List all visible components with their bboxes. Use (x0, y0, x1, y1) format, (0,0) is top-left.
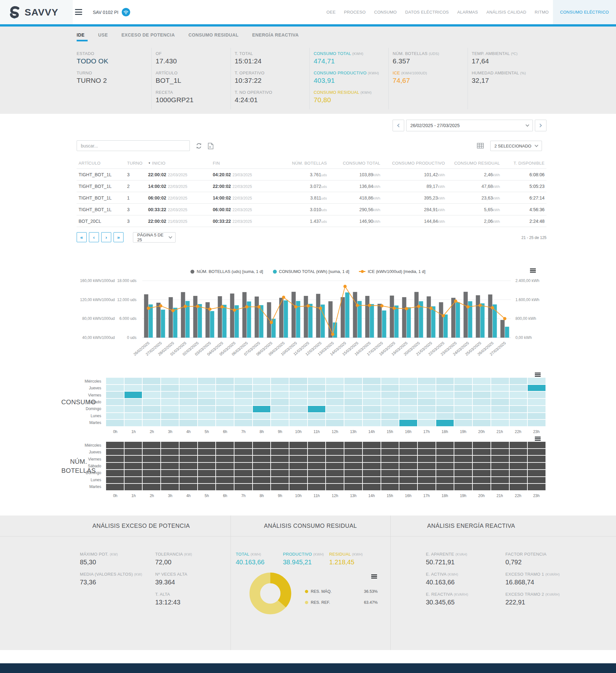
heatmap-cell (528, 484, 546, 490)
heatmap-cell (106, 385, 124, 391)
heatmap-cell (326, 442, 344, 448)
cell-inicio: 22:00:0221/03/2025 (146, 215, 211, 227)
column-header-turno[interactable]: TURNO (125, 158, 146, 169)
status-grid: ESTADOTODO OKTURNOTURNO 2OF17.430ARTÍCUL… (77, 48, 547, 109)
column-header-inicio[interactable]: ▼INICIO (146, 158, 211, 169)
heatmap-cell (289, 413, 307, 419)
hour-label: 23h (527, 430, 546, 434)
heatmap-cell (528, 385, 546, 391)
wifi-status-icon (122, 8, 130, 16)
status-field-t-no-operativo: T. NO OPERATIVO4:24:01 (235, 90, 310, 104)
page-prev-button[interactable]: ‹ (89, 232, 99, 242)
heatmap-cell (326, 470, 344, 476)
heatmap-num-botellas: NÚM.BOTELLASMiércolesJuevesViernesSábado… (52, 435, 564, 499)
hour-label: 11h (307, 430, 326, 434)
device-selector[interactable]: SAV 0102 PI (93, 0, 130, 24)
hour-label: 1h (125, 493, 143, 498)
page-select[interactable]: PÁGINA 5 DE 25 (133, 232, 176, 243)
nav-item-ritmo[interactable]: RITMO (531, 0, 553, 24)
heatmap-cell (289, 442, 307, 448)
heatmap-cell (106, 477, 124, 483)
page-last-button[interactable]: » (114, 232, 124, 242)
column-header-fin[interactable]: FIN (211, 158, 279, 169)
column-header-t-disponible[interactable]: T. DISPONIBLE (502, 158, 547, 169)
heatmap-cell (253, 477, 271, 483)
status-column: OF17.430ARTÍCULOBOT_1LRECETA1000GRP21 (151, 48, 230, 109)
chart-menu-icon[interactable] (535, 373, 541, 378)
donut-menu-icon[interactable] (371, 575, 377, 579)
heatmap-consumo: CONSUMOMiércolesJuevesViernesSábadoDomin… (52, 371, 564, 435)
nav-item-datos-electricos[interactable]: DATOS ELÉCTRICOS (401, 0, 453, 24)
refresh-icon[interactable] (196, 143, 202, 150)
panel-title-reactiva: ANÁLISIS ENERGÍA REACTIVA (390, 523, 552, 529)
heatmap-cell (234, 378, 252, 384)
nav-item-alarmas[interactable]: ALARMAS (453, 0, 482, 24)
nav-item-proceso[interactable]: PROCESO (340, 0, 370, 24)
page-first-button[interactable]: « (77, 232, 87, 242)
heatmap-cell (161, 477, 179, 483)
svg-text:800,00 kWh: 800,00 kWh (516, 316, 536, 321)
column-header-num-botellas[interactable]: NÚM. BOTELLAS (279, 158, 329, 169)
heatmap-cell (326, 477, 344, 483)
nav-item-consumo[interactable]: CONSUMO (370, 0, 401, 24)
hour-label: 2h (143, 493, 161, 498)
column-header-consumo-residual[interactable]: CONSUMO RESIDUAL (447, 158, 502, 169)
column-header-consumo-productivo[interactable]: CONSUMO PRODUCTIVO (382, 158, 447, 169)
column-header-articulo[interactable]: ARTÍCULO (77, 158, 125, 169)
table-row[interactable]: TIGHT_BOT_1L300:33:2222/03/202506:00:022… (77, 204, 547, 215)
field-value: 40.163,66 (426, 579, 458, 586)
heatmap-cell (308, 456, 326, 462)
nav-item-consumo-electrico[interactable]: CONSUMO ELÉCTRICO (553, 0, 616, 24)
table-row[interactable]: TIGHT_BOT_1L214:00:0222/03/202522:00:022… (77, 181, 547, 192)
heatmap-cell (216, 442, 234, 448)
tab-consumo-residual[interactable]: CONSUMO RESIDUAL (189, 32, 239, 41)
page-next-button[interactable]: › (101, 232, 111, 242)
savvy-logo[interactable]: SAVVY (0, 0, 73, 24)
chart-menu-icon[interactable] (535, 437, 541, 441)
hamburger-menu-icon[interactable] (75, 9, 82, 15)
donut-legend-item-res-maq[interactable]: RES. MÁQ. (305, 589, 332, 594)
heatmap-cell (491, 484, 509, 490)
export-excel-icon[interactable]: x (208, 143, 214, 151)
heatmap-cell (308, 413, 326, 419)
status-label: ICE (KWH/1000UD) (393, 70, 467, 75)
nav-item-oee[interactable]: OEE (323, 0, 340, 24)
heatmap-cell (491, 456, 509, 462)
hour-label: 1h (125, 430, 143, 434)
search-input[interactable] (77, 140, 190, 151)
columns-grid-icon[interactable] (477, 143, 484, 150)
table-row[interactable]: TIGHT_BOT_1L106:00:0222/03/202514:00:022… (77, 192, 547, 204)
cell-t_disponible: 6:27:14 (502, 192, 547, 204)
date-range-select[interactable]: 26/02/2025 - 27/03/2025 (406, 120, 533, 131)
analysis-field-exceso-tramo-1: EXCESO TRAMO 1 (KVARH)16.868,74 (505, 572, 560, 586)
chevron-down-icon (535, 143, 538, 147)
heatmap-cell (125, 413, 142, 419)
tab-energia-reactiva[interactable]: ENERGÍA REACTIVA (252, 32, 299, 41)
shifts-table-body: TIGHT_BOT_1L322:00:0222/03/202504:20:022… (77, 169, 547, 227)
svg-text:1.600,00 kWh: 1.600,00 kWh (516, 297, 539, 302)
tab-use[interactable]: USE (98, 32, 108, 41)
app-header: SAVVY SAV 0102 PI OEEPROCESOCONSUMODATOS… (0, 0, 616, 24)
field-label: EXCESO TRAMO 2 (KVARH) (505, 592, 560, 597)
heatmap-cell (143, 385, 160, 391)
chevron-down-icon (169, 235, 172, 238)
heatmap-cell (253, 442, 271, 448)
column-header-consumo-total[interactable]: CONSUMO TOTAL (329, 158, 382, 169)
nav-item-analisis-calidad[interactable]: ANÁLISIS CALIDAD (482, 0, 530, 24)
columns-selected-select[interactable]: 2 SELECCIONADO (490, 141, 542, 151)
status-field-receta: RECETA1000GRP21 (156, 90, 230, 104)
tab-ide[interactable]: IDE (77, 32, 85, 41)
sub-tabs: IDEUSEEXCESO DE POTENCIACONSUMO RESIDUAL… (77, 32, 299, 41)
cell-consumo_residual: 23,63kWh (447, 192, 502, 204)
tab-exceso-de-potencia[interactable]: EXCESO DE POTENCIA (122, 32, 175, 41)
donut-legend-item-res-ref[interactable]: RES. REF. (305, 600, 330, 605)
date-prev-button[interactable] (393, 120, 404, 131)
table-row[interactable]: BOT_20CL322:00:0221/03/202500:33:2222/03… (77, 215, 547, 227)
heatmap-cell (363, 420, 381, 426)
table-row[interactable]: TIGHT_BOT_1L322:00:0222/03/202504:20:022… (77, 169, 547, 181)
hour-label: 0h (106, 430, 125, 434)
date-next-button[interactable] (535, 120, 547, 131)
field-value: 72,00 (155, 558, 192, 566)
heatmap-cell (436, 470, 454, 476)
analysis-field-e-aparente: E. APARENTE (KVAH)50.721,91 (426, 552, 467, 566)
